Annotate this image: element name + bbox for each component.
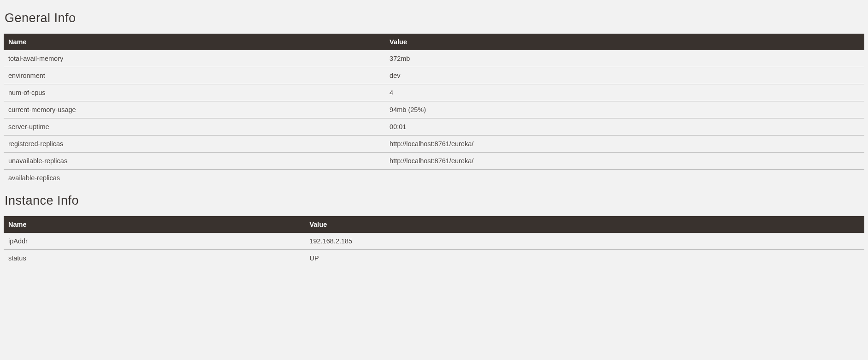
instance-header-name: Name [4, 216, 305, 233]
general-row-name: registered-replicas [4, 136, 385, 153]
general-row-value: 4 [385, 84, 864, 101]
general-row-value [385, 170, 864, 187]
general-info-heading: General Info [5, 11, 864, 25]
general-row-name: unavailable-replicas [4, 153, 385, 170]
instance-info-table: Name Value ipAddr 192.168.2.185 status U… [4, 216, 864, 266]
general-row-name: environment [4, 67, 385, 84]
table-row: environment dev [4, 67, 864, 84]
instance-info-heading: Instance Info [5, 194, 864, 208]
instance-row-name: ipAddr [4, 233, 305, 250]
instance-row-value: UP [305, 250, 864, 267]
general-row-value: http://localhost:8761/eureka/ [385, 153, 864, 170]
table-row: server-uptime 00:01 [4, 118, 864, 136]
general-row-name: current-memory-usage [4, 101, 385, 118]
general-row-name: num-of-cpus [4, 84, 385, 101]
general-row-value: 94mb (25%) [385, 101, 864, 118]
general-row-name: server-uptime [4, 118, 385, 136]
general-info-table: Name Value total-avail-memory 372mb envi… [4, 34, 864, 186]
general-header-name: Name [4, 34, 385, 50]
table-row: ipAddr 192.168.2.185 [4, 233, 864, 250]
general-row-name: total-avail-memory [4, 50, 385, 67]
table-row: registered-replicas http://localhost:876… [4, 136, 864, 153]
table-row: current-memory-usage 94mb (25%) [4, 101, 864, 118]
general-row-value: dev [385, 67, 864, 84]
table-row: status UP [4, 250, 864, 267]
instance-header-value: Value [305, 216, 864, 233]
table-row: total-avail-memory 372mb [4, 50, 864, 67]
instance-row-name: status [4, 250, 305, 267]
general-row-name: available-replicas [4, 170, 385, 187]
table-row: num-of-cpus 4 [4, 84, 864, 101]
general-header-value: Value [385, 34, 864, 50]
general-row-value: http://localhost:8761/eureka/ [385, 136, 864, 153]
general-row-value: 00:01 [385, 118, 864, 136]
table-row: unavailable-replicas http://localhost:87… [4, 153, 864, 170]
table-row: available-replicas [4, 170, 864, 187]
general-row-value: 372mb [385, 50, 864, 67]
instance-row-value: 192.168.2.185 [305, 233, 864, 250]
